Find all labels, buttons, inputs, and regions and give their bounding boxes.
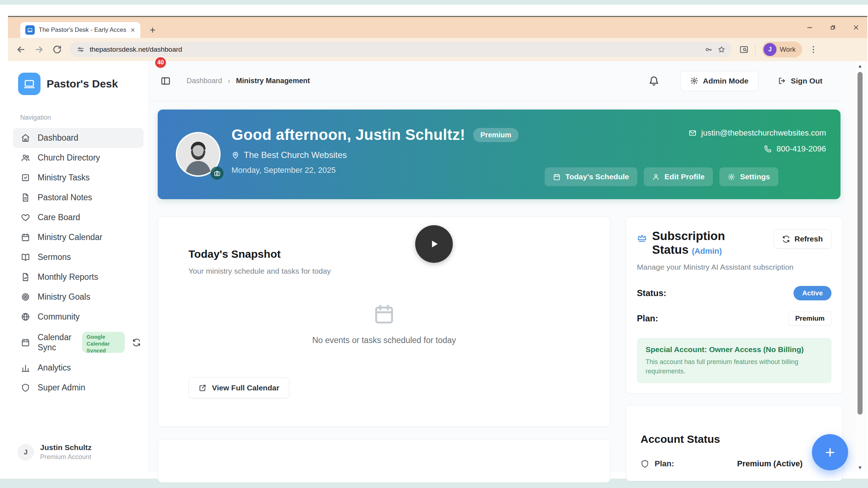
users-icon [21,153,30,162]
sidebar-item-church-directory[interactable]: Church Directory [13,148,144,168]
tab-favicon-icon [25,25,35,35]
account-status-card: Account Status Plan: Premium (Active) [626,405,843,481]
notifications-bell-icon[interactable] [648,76,659,86]
globe-icon [21,312,30,321]
notifications-badge: 40 [154,56,167,69]
browser-menu-icon[interactable] [809,45,818,54]
subscription-status-card: Subscription Status (Admin) Refresh Mana… [626,217,843,394]
scrollbar-down-arrow[interactable]: ▼ [856,465,864,470]
sidebar-item-ministry-goals[interactable]: Ministry Goals [13,287,144,307]
home-icon [21,133,30,142]
play-icon [426,236,442,252]
app-logo-row[interactable]: Pastor's Desk [18,73,149,95]
sidebar-item-pastoral-notes[interactable]: Pastoral Notes [13,188,144,207]
account-plan-value: Premium (Active) [737,459,803,468]
camera-icon [214,170,221,177]
back-button[interactable] [16,44,26,55]
app-name: Pastor's Desk [47,78,118,90]
frame-strip-top [0,0,868,5]
sidebar-item-calendar-sync[interactable]: Calendar Sync Google Calendar Synced [13,327,144,358]
banner-phone[interactable]: 800-419-2096 [776,144,826,154]
page-header: Dashboard › Ministry Management 40 Admin… [149,61,843,101]
change-photo-button[interactable] [210,167,224,180]
admin-mode-button[interactable]: Admin Mode [680,71,758,91]
user-icon [652,173,660,181]
minimize-button[interactable] [806,23,814,31]
user-name: Justin Schultz [40,443,92,452]
close-button[interactable] [852,23,860,31]
today-s-schedule-button[interactable]: Today's Schedule [545,167,637,186]
add-fab-button[interactable]: + [812,434,848,470]
edit-profile-button[interactable]: Edit Profile [644,167,713,186]
premium-badge: Premium [473,128,519,142]
toolbar-divider [755,44,756,55]
app-logo-icon [18,73,41,95]
gear-icon [690,77,698,85]
status-label: Status: [637,288,666,298]
nav-item-badge: Google Calendar Synced [82,332,125,353]
tab-close-icon[interactable]: ✕ [131,27,135,34]
phone-icon [764,145,772,153]
snapshot-subtitle: Your ministry schedule and tasks for tod… [188,267,331,275]
sidebar-toggle-icon[interactable] [161,76,171,86]
app-root: Pastor's Desk Navigation Dashboard Churc… [8,61,867,472]
snapshot-empty-message: No events or tasks scheduled for today [158,335,610,345]
sidebar-nav: Dashboard Church Directory Ministry Task… [8,128,149,398]
window-controls [806,17,860,38]
banner-email[interactable]: justin@thebestchurchwebsites.com [701,128,826,138]
account-plan-label: Plan: [655,459,674,468]
sidebar-item-monthly-reports[interactable]: Monthly Reports [13,267,144,287]
empty-calendar-icon [373,303,395,325]
calendar-icon [21,233,30,242]
settings-button[interactable]: Settings [719,167,778,186]
browser-tab-strip: The Pastor's Desk - Early Acces ✕ + [8,17,867,38]
sync-icon[interactable] [132,338,141,347]
restore-button[interactable] [829,23,837,31]
sign-out-button[interactable]: Sign Out [769,71,832,91]
new-tab-button[interactable]: + [150,22,156,38]
refresh-button[interactable]: Refresh [774,229,831,249]
reload-button[interactable] [52,44,62,55]
bookmark-star-icon[interactable] [718,46,726,53]
partial-card [158,439,610,483]
sidebar-item-sermons[interactable]: Sermons [13,247,144,267]
task-icon [21,173,30,182]
sidebar-item-super-admin[interactable]: Super Admin [13,378,144,398]
scrollbar-up-arrow[interactable]: ▲ [856,63,864,69]
address-bar[interactable]: thepastorsdesk.net/dashboard [70,42,732,57]
profile-label: Work [780,46,796,53]
url-text[interactable]: thepastorsdesk.net/dashboard [90,46,699,53]
sidebar-item-ministry-tasks[interactable]: Ministry Tasks [13,168,144,188]
sidebar-item-ministry-calendar[interactable]: Ministry Calendar [13,227,144,247]
sidebar-item-community[interactable]: Community [13,307,144,327]
greeting-text: Good afternoon, Justin Schultz! [231,126,465,144]
status-badge: Active [793,286,831,300]
user-plan: Premium Account [40,453,92,461]
breadcrumb-section[interactable]: Dashboard [187,77,222,85]
scrollbar-thumb[interactable] [858,72,863,415]
sidebar-item-analytics[interactable]: Analytics [13,358,144,378]
banner-date: Monday, September 22, 2025 [231,166,519,175]
view-full-calendar-button[interactable]: View Full Calendar [188,377,289,398]
browser-tab[interactable]: The Pastor's Desk - Early Acces ✕ [20,22,140,38]
sidebar-item-care-board[interactable]: Care Board [13,207,144,227]
target-icon [21,292,30,301]
browser-profile-chip[interactable]: J Work [762,42,802,57]
side-panel-search-icon[interactable] [739,45,749,54]
notice-text: This account has full premium features w… [646,357,823,376]
video-play-button[interactable] [415,225,453,263]
sidebar-item-dashboard[interactable]: Dashboard [13,128,144,148]
password-key-icon[interactable] [705,46,712,53]
nav-section-label: Navigation [20,114,149,121]
plan-label: Plan: [637,313,658,324]
subscription-title: Subscription Status (Admin) [652,229,761,257]
breadcrumb-chevron-icon: › [228,77,230,85]
forward-button[interactable] [34,44,44,55]
subscription-subtitle: Manage your Ministry AI Assistant subscr… [637,263,831,271]
sidebar-user[interactable]: J Justin Schultz Premium Account [17,443,92,461]
tune-icon[interactable] [77,46,85,53]
page-scrollbar[interactable]: ▲ ▼ [856,61,864,472]
browser-window: The Pastor's Desk - Early Acces ✕ + thep… [8,16,867,471]
refresh-icon [782,235,790,243]
toolbar-right: J Work [739,42,818,57]
